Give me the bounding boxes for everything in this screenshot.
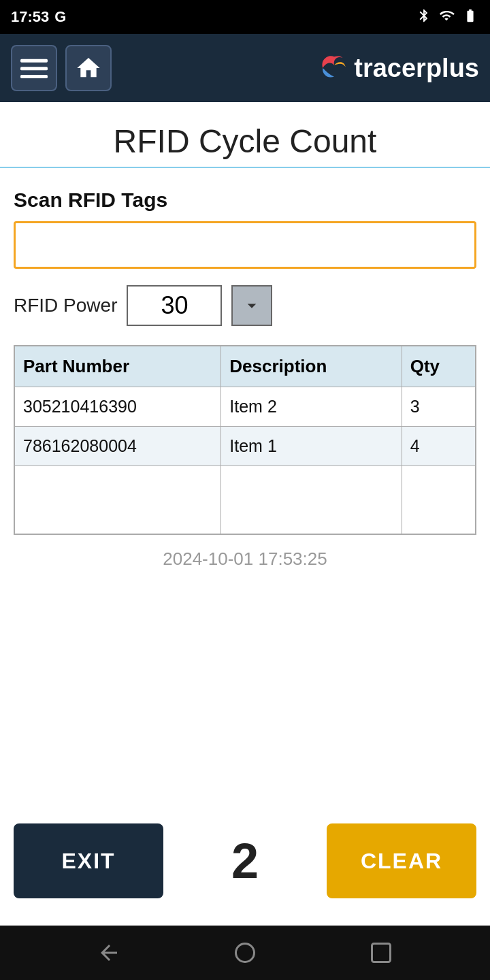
cell-qty: 4 [402, 427, 476, 466]
svg-rect-2 [20, 75, 48, 78]
nav-left [11, 45, 112, 91]
circle-icon [233, 941, 257, 965]
android-home-button[interactable] [228, 936, 262, 970]
svg-rect-1 [20, 67, 48, 70]
cell-description: Item 1 [221, 427, 402, 466]
rfid-power-dropdown[interactable] [231, 285, 272, 326]
logo-area: tracerplus [317, 51, 479, 85]
status-time: 17:53 [11, 8, 49, 26]
nav-bar: tracerplus [0, 34, 490, 102]
cell-qty: 3 [402, 387, 476, 427]
page-title: RFID Cycle Count [14, 122, 476, 160]
status-carrier: G [54, 8, 66, 26]
col-qty: Qty [402, 346, 476, 387]
svg-point-3 [236, 944, 255, 962]
chevron-down-icon [242, 295, 262, 316]
exit-button[interactable]: EXIT [14, 823, 163, 898]
status-right [416, 8, 479, 27]
menu-button[interactable] [11, 45, 57, 91]
svg-rect-0 [20, 59, 48, 63]
rfid-scan-input[interactable] [14, 221, 476, 269]
main-content: Scan RFID Tags RFID Power Part Number De… [0, 168, 490, 810]
rfid-power-value[interactable] [127, 285, 222, 326]
battery-icon [461, 8, 479, 27]
wifi-icon [438, 8, 455, 27]
page-title-section: RFID Cycle Count [0, 102, 490, 168]
menu-icon [20, 54, 48, 82]
bottom-bar: EXIT 2 CLEAR [0, 810, 490, 926]
cell-part-number: 786162080004 [14, 427, 221, 466]
cell-part-number: 305210416390 [14, 387, 221, 427]
logo-icon [317, 51, 351, 85]
rfid-power-row: RFID Power [14, 285, 476, 326]
android-back-button[interactable] [92, 936, 126, 970]
status-bar: 17:53 G [0, 0, 490, 34]
rfid-power-label: RFID Power [14, 295, 117, 316]
svg-rect-4 [372, 944, 391, 962]
table-empty-row [14, 466, 476, 534]
timestamp: 2024-10-01 17:53:25 [14, 549, 476, 570]
home-button[interactable] [65, 45, 112, 91]
android-recents-button[interactable] [364, 936, 398, 970]
clear-button[interactable]: CLEAR [327, 823, 476, 898]
data-table: Part Number Description Qty 305210416390… [14, 345, 476, 535]
table-row: 305210416390 Item 2 3 [14, 387, 476, 427]
status-left: 17:53 G [11, 8, 66, 26]
logo-text: tracerplus [354, 54, 479, 83]
count-display: 2 [231, 833, 259, 889]
col-part-number: Part Number [14, 346, 221, 387]
cell-description: Item 2 [221, 387, 402, 427]
square-icon [369, 941, 393, 965]
scan-section-label: Scan RFID Tags [14, 189, 476, 212]
back-icon [97, 941, 121, 965]
home-icon [75, 54, 102, 82]
android-nav-bar [0, 926, 490, 980]
bluetooth-icon [416, 8, 431, 27]
table-row: 786162080004 Item 1 4 [14, 427, 476, 466]
col-description: Description [221, 346, 402, 387]
